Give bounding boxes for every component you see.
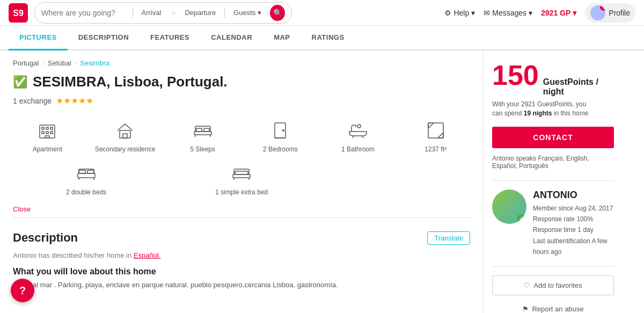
heart-icon: ♡ [524, 281, 530, 289]
report-abuse-button[interactable]: ⚑ Report an abuse [492, 301, 614, 313]
door-icon [268, 119, 292, 142]
header: S9 Arrival → Departure Guests ▾ 🔍 ⚙ Help… [0, 0, 644, 26]
arrow-icon: → [170, 9, 176, 17]
feature-sqft: 1237 ft² [401, 119, 470, 153]
translate-button[interactable]: Translate [427, 231, 470, 245]
svg-rect-23 [428, 123, 443, 138]
listing-title: SESIMBRA, Lisboa, Portugal. [33, 74, 228, 90]
add-favorites-button[interactable]: ♡ Add to favorites [492, 275, 614, 295]
main-layout: Portugal › Setúbal › Sesimbra ✅ SESIMBRA… [0, 50, 644, 313]
tab-ratings[interactable]: RATINGS [301, 26, 355, 50]
svg-rect-34 [235, 171, 248, 174]
flag-icon: ⚑ [522, 305, 529, 313]
guests-label: Guests [233, 9, 255, 17]
home-icon [113, 119, 137, 142]
add-favorites-label: Add to favorites [533, 281, 582, 289]
feature-sleeps: 5 Sleeps [168, 119, 237, 153]
divider-2 [492, 266, 614, 267]
resize-icon [424, 119, 448, 142]
search-bar: Arrival → Departure Guests ▾ 🔍 [34, 2, 292, 24]
rating-stars: ★★★★★ [56, 96, 93, 106]
messages-button[interactable]: ✉ Messages ▾ [484, 9, 532, 17]
gp-price: 150 [492, 61, 539, 89]
feature-secondary: Secondary residence [91, 119, 160, 153]
header-right: ⚙ Help ▾ ✉ Messages ▾ 2921 GP ▾ 1 Profil… [444, 3, 635, 23]
description-subtitle: What you will love about this home [13, 267, 470, 276]
host-response-rate: Response rate 100% [533, 214, 614, 224]
svg-rect-28 [78, 173, 95, 178]
guestpoints-button[interactable]: 2921 GP ▾ [541, 9, 576, 17]
host-last-auth: Last authentification A few hours ago [533, 236, 614, 258]
host-since: Member since Aug 24, 2017 [533, 203, 614, 214]
svg-rect-10 [120, 130, 130, 138]
features-grid-2: 2 double beds 1 simple extra bed [13, 162, 470, 196]
host-info: ANTONIO Member since Aug 24, 2017 Respon… [533, 190, 614, 258]
dbl-bed-icon [75, 162, 98, 185]
close-link[interactable]: Close [13, 205, 31, 213]
sidebar-price: 150 GuestPoints / night [492, 61, 614, 97]
svg-rect-6 [42, 132, 44, 134]
svg-rect-12 [194, 132, 211, 135]
description-header: Description Translate [13, 231, 470, 245]
help-bubble[interactable]: ? [11, 279, 34, 302]
host-verified-icon: ✓ [517, 214, 525, 223]
host-response-time: Response time 1 day [533, 224, 614, 235]
mail-icon: ✉ [484, 9, 490, 17]
host-section: ✓ ANTONIO Member since Aug 24, 2017 Resp… [492, 190, 614, 258]
question-icon: ? [19, 285, 26, 297]
breadcrumb-setubal[interactable]: Setúbal [48, 59, 71, 67]
feature-apartment-label: Apartment [33, 145, 62, 153]
feature-bathroom-label: 1 Bathroom [341, 145, 375, 153]
listing-title-row: ✅ SESIMBRA, Lisboa, Portugal. [13, 74, 470, 90]
breadcrumb: Portugal › Setúbal › Sesimbra [13, 59, 470, 67]
arrival-label[interactable]: Arrival [137, 9, 166, 17]
features-grid: Apartment Secondary residence 5 Sleeps [13, 119, 470, 153]
svg-rect-33 [233, 174, 250, 178]
feature-sqft-label: 1237 ft² [425, 145, 447, 153]
guests-selector[interactable]: Guests ▾ [229, 9, 266, 17]
tab-features[interactable]: FEATURES [140, 26, 200, 50]
svg-point-22 [357, 125, 361, 128]
help-button[interactable]: ⚙ Help ▾ [444, 9, 475, 17]
contact-button[interactable]: CONTACT [492, 127, 614, 148]
breadcrumb-sep-1: › [42, 59, 44, 67]
tab-description[interactable]: DESCRIPTION [68, 26, 140, 50]
tab-pictures[interactable]: PICTURES [9, 26, 68, 50]
svg-rect-11 [123, 134, 127, 138]
tab-map[interactable]: MAP [263, 26, 301, 50]
search-button[interactable]: 🔍 [270, 5, 285, 21]
svg-rect-3 [42, 127, 44, 129]
feature-simple-bed-label: 1 simple extra bed [215, 188, 268, 196]
feature-bathroom: 1 Bathroom [324, 119, 393, 153]
listing-meta: 1 exchange ★★★★★ [13, 96, 470, 106]
messages-label: Messages [492, 9, 526, 17]
departure-label[interactable]: Departure [180, 9, 220, 17]
svg-text:S9: S9 [13, 9, 24, 18]
breadcrumb-current: Sesimbra [80, 59, 109, 67]
description-lang-link[interactable]: Español. [134, 251, 161, 259]
breadcrumb-portugal[interactable]: Portugal [13, 59, 39, 67]
feature-sleeps-label: 5 Sleeps [190, 145, 215, 153]
svg-rect-14 [204, 128, 209, 132]
avatar: 1 [590, 5, 605, 20]
description-lang: Antonio has described his/her home in Es… [13, 251, 470, 259]
chevron-down-icon: ▾ [258, 9, 261, 17]
svg-rect-5 [50, 127, 53, 129]
sleeps-icon [191, 119, 215, 142]
verified-icon: ✅ [13, 75, 27, 89]
feature-bedrooms: 2 Bedrooms [246, 119, 315, 153]
divider-1 [492, 180, 614, 181]
tab-calendar[interactable]: CALENDAR [200, 26, 263, 50]
svg-rect-13 [196, 128, 202, 132]
feature-apartment: Apartment [13, 119, 82, 153]
chevron-down-icon: ▾ [573, 9, 576, 17]
search-icon: 🔍 [273, 9, 282, 17]
description-body: vistas al mar . Párking, playa, enclave … [13, 280, 470, 290]
svg-point-18 [282, 129, 284, 132]
search-input[interactable] [41, 9, 128, 17]
notification-badge: 1 [600, 5, 605, 11]
feature-double-beds-label: 2 double beds [66, 188, 106, 196]
description-title: Description [13, 231, 78, 245]
logo[interactable]: S9 [9, 3, 28, 23]
profile-button[interactable]: 1 Profile [585, 3, 635, 23]
